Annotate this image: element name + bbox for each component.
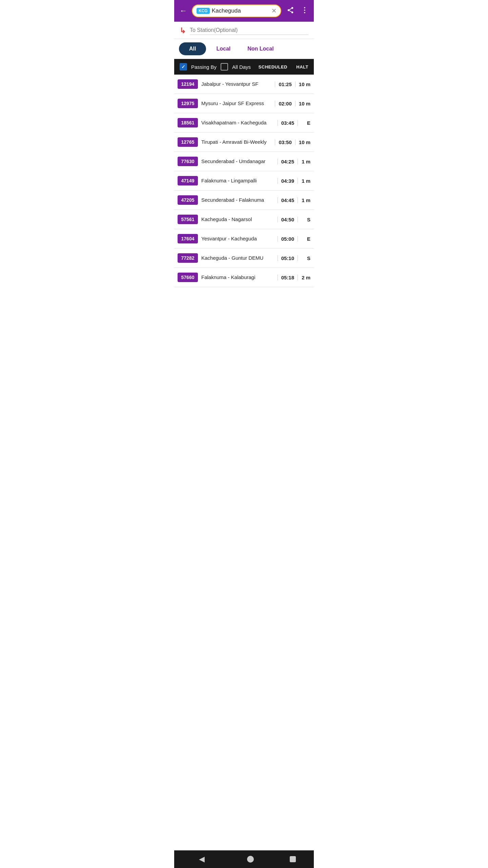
train-halt-duration: 1 m xyxy=(298,178,310,184)
search-text: Kacheguda xyxy=(212,7,269,14)
train-row[interactable]: 12975Mysuru - Jaipur SF Express02:0010 m xyxy=(174,94,314,113)
train-number: 18561 xyxy=(178,118,198,127)
passing-by-checkbox[interactable] xyxy=(180,63,187,71)
train-name: Kacheguda - Nagarsol xyxy=(201,216,273,223)
train-halt-duration: 10 m xyxy=(295,81,310,87)
train-scheduled-time: 04:50 xyxy=(278,217,294,222)
svg-line-3 xyxy=(289,11,291,12)
tab-local[interactable]: Local xyxy=(209,42,237,55)
train-scheduled-time: 05:00 xyxy=(278,236,294,242)
train-number: 57660 xyxy=(178,273,198,282)
train-row[interactable]: 17604Yesvantpur - Kacheguda05:00E xyxy=(174,229,314,249)
top-bar: ← KCG Kacheguda ✕ xyxy=(174,0,314,22)
back-button[interactable]: ← xyxy=(178,5,188,17)
train-name: Kacheguda - Guntur DEMU xyxy=(201,255,273,261)
more-button[interactable] xyxy=(300,5,310,17)
train-row[interactable]: 57660Falaknuma - Kalaburagi05:182 m xyxy=(174,268,314,287)
train-scheduled-time: 04:45 xyxy=(278,197,294,203)
to-station-input[interactable] xyxy=(190,27,308,35)
train-list: 12194Jabalpur - Yesvantpur SF01:2510 m12… xyxy=(174,75,314,850)
svg-line-4 xyxy=(289,8,291,9)
tab-nonlocal[interactable]: Non Local xyxy=(241,42,280,55)
train-name: Tirupati - Amravati Bi-Weekly xyxy=(201,139,270,145)
recents-nav-button[interactable] xyxy=(290,856,296,862)
train-halt-duration: 10 m xyxy=(295,101,310,106)
svg-point-5 xyxy=(304,7,305,8)
train-number: 12975 xyxy=(178,99,198,108)
train-scheduled-time: 03:45 xyxy=(278,120,294,126)
train-name: Falaknuma - Lingampalli xyxy=(201,177,273,184)
train-name: Secunderabad - Falaknuma xyxy=(201,197,273,203)
train-scheduled-time: 04:25 xyxy=(278,159,294,164)
train-name: Secunderabad - Umdanagar xyxy=(201,158,273,165)
train-row[interactable]: 12194Jabalpur - Yesvantpur SF01:2510 m xyxy=(174,75,314,94)
svg-point-6 xyxy=(304,9,305,11)
train-number: 57561 xyxy=(178,215,198,224)
train-row[interactable]: 47205Secunderabad - Falaknuma04:451 m xyxy=(174,191,314,210)
scheduled-header: SCHEDULED xyxy=(259,64,287,70)
train-halt-duration: S xyxy=(298,217,310,222)
train-halt-duration: 1 m xyxy=(298,197,310,203)
train-name: Falaknuma - Kalaburagi xyxy=(201,274,273,281)
train-number: 47149 xyxy=(178,176,198,185)
train-halt-duration: 10 m xyxy=(295,139,310,145)
search-box: KCG Kacheguda ✕ xyxy=(192,4,281,17)
tab-all[interactable]: All xyxy=(179,42,206,55)
train-row[interactable]: 77630Secunderabad - Umdanagar04:251 m xyxy=(174,152,314,171)
train-halt-duration: 2 m xyxy=(298,275,310,280)
svg-point-2 xyxy=(291,11,293,13)
train-row[interactable]: 57561Kacheguda - Nagarsol04:50S xyxy=(174,210,314,229)
train-name: Yesvantpur - Kacheguda xyxy=(201,235,273,242)
train-name: Mysuru - Jaipur SF Express xyxy=(201,100,270,107)
train-halt-duration: 1 m xyxy=(298,159,310,164)
train-number: 77630 xyxy=(178,157,198,166)
filter-tabs: All Local Non Local xyxy=(174,39,314,59)
train-row[interactable]: 18561Visakhapatnam - Kacheguda03:45E xyxy=(174,113,314,133)
station-code-badge: KCG xyxy=(197,8,210,14)
bottom-nav: ◀ xyxy=(174,850,314,868)
train-row[interactable]: 77282Kacheguda - Guntur DEMU05:10S xyxy=(174,249,314,268)
svg-point-7 xyxy=(304,12,305,13)
train-scheduled-time: 05:18 xyxy=(278,275,294,280)
to-station-row: ↳ xyxy=(174,22,314,39)
train-scheduled-time: 02:00 xyxy=(275,101,291,106)
all-days-checkbox[interactable] xyxy=(221,63,228,71)
back-nav-button[interactable]: ◀ xyxy=(192,853,211,866)
to-station-arrow-icon: ↳ xyxy=(180,26,186,35)
train-row[interactable]: 47149Falaknuma - Lingampalli04:391 m xyxy=(174,171,314,191)
train-name: Visakhapatnam - Kacheguda xyxy=(201,119,273,126)
home-nav-button[interactable] xyxy=(247,856,254,863)
train-scheduled-time: 03:50 xyxy=(275,139,291,145)
train-number: 12765 xyxy=(178,137,198,147)
halt-header: HALT xyxy=(295,64,308,70)
train-halt-duration: S xyxy=(298,255,310,261)
all-days-label: All Days xyxy=(232,64,255,70)
filter-options-row: Passing By All Days SCHEDULED HALT xyxy=(174,59,314,75)
svg-point-1 xyxy=(288,9,290,11)
train-number: 17604 xyxy=(178,234,198,243)
train-halt-duration: E xyxy=(298,120,310,126)
passing-by-label: Passing By xyxy=(191,64,217,70)
train-scheduled-time: 04:39 xyxy=(278,178,294,184)
train-number: 47205 xyxy=(178,195,198,205)
share-button[interactable] xyxy=(285,5,296,17)
train-row[interactable]: 12765Tirupati - Amravati Bi-Weekly03:501… xyxy=(174,133,314,152)
train-name: Jabalpur - Yesvantpur SF xyxy=(201,81,270,87)
train-scheduled-time: 05:10 xyxy=(278,255,294,261)
clear-button[interactable]: ✕ xyxy=(271,7,277,15)
train-halt-duration: E xyxy=(298,236,310,242)
train-scheduled-time: 01:25 xyxy=(275,81,291,87)
svg-point-0 xyxy=(291,7,293,9)
train-number: 12194 xyxy=(178,79,198,89)
train-number: 77282 xyxy=(178,253,198,263)
